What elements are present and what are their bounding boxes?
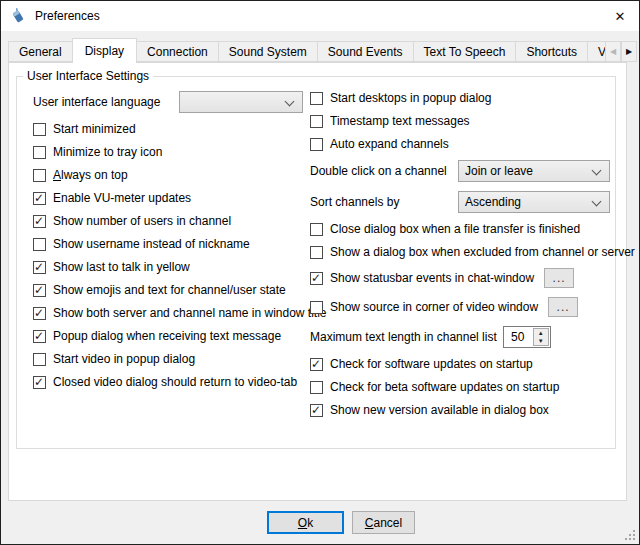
max-text-length-row: Maximum text length in channel list 50 ▲… xyxy=(310,326,615,348)
checkbox-box[interactable] xyxy=(33,376,46,389)
checkbox-box[interactable] xyxy=(310,301,323,314)
checkbox-box[interactable] xyxy=(33,169,46,182)
checkbox-show-username[interactable]: Show username instead of nickname xyxy=(33,237,310,251)
checkbox-box[interactable] xyxy=(33,307,46,320)
mnemonic: O xyxy=(298,516,307,530)
double-click-combobox[interactable]: Join or leave xyxy=(458,160,610,182)
checkbox-box[interactable] xyxy=(310,246,323,259)
spinner-down-icon[interactable]: ▼ xyxy=(534,337,548,345)
checkbox-box[interactable] xyxy=(33,123,46,136)
tab-scroll-right-icon[interactable]: ▶ xyxy=(621,41,637,62)
max-text-length-spinner[interactable]: 50 ▲ ▼ xyxy=(503,326,551,348)
statusbar-events-more-button[interactable]: ... xyxy=(544,268,574,288)
checkbox-new-version-dialog[interactable]: Show new version available in dialog box xyxy=(310,403,615,417)
checkbox-label: Show both server and channel name in win… xyxy=(53,306,327,320)
video-source-corner-row: Show source in corner of video window ..… xyxy=(310,297,615,317)
checkbox-label: Timestamp text messages xyxy=(330,114,470,128)
checkbox-always-on-top[interactable]: Always on top xyxy=(33,168,310,182)
checkbox-label: Show emojis and text for channel/user st… xyxy=(53,283,286,297)
label-rest: k xyxy=(307,516,313,530)
checkbox-label: Check for beta software updates on start… xyxy=(330,380,559,394)
cancel-button[interactable]: Cancel xyxy=(352,511,415,534)
language-combobox[interactable] xyxy=(179,91,303,113)
spinner-up-icon[interactable]: ▲ xyxy=(534,329,548,337)
checkbox-show-user-count[interactable]: Show number of users in channel xyxy=(33,214,310,228)
sort-channels-row: Sort channels by Ascending xyxy=(310,191,615,213)
checkbox-box[interactable] xyxy=(33,261,46,274)
checkbox-server-channel-title[interactable]: Show both server and channel name in win… xyxy=(33,306,310,320)
checkbox-close-on-transfer[interactable]: Close dialog box when a file transfer is… xyxy=(310,222,615,236)
checkbox-label: Start desktops in popup dialog xyxy=(330,91,491,105)
checkbox-label: Show new version available in dialog box xyxy=(330,403,549,417)
checkbox-box[interactable] xyxy=(310,115,323,128)
checkbox-check-beta-updates[interactable]: Check for beta software updates on start… xyxy=(310,380,615,394)
label-rest: lways on top xyxy=(61,168,128,182)
tab-text-to-speech[interactable]: Text To Speech xyxy=(413,41,517,62)
tab-sound-events[interactable]: Sound Events xyxy=(317,41,414,62)
checkbox-timestamp-messages[interactable]: Timestamp text messages xyxy=(310,114,615,128)
checkbox-box[interactable] xyxy=(33,238,46,251)
checkbox-label: Popup dialog when receiving text message xyxy=(53,329,281,343)
tab-shortcuts[interactable]: Shortcuts xyxy=(515,41,588,62)
ok-button[interactable]: Ok xyxy=(267,511,344,534)
checkbox-box[interactable] xyxy=(33,192,46,205)
checkbox-label: Close dialog box when a file transfer is… xyxy=(330,222,580,236)
checkbox-label: Closed video dialog should return to vid… xyxy=(53,375,297,389)
checkbox-label: Always on top xyxy=(53,168,128,182)
checkbox-box[interactable] xyxy=(33,330,46,343)
tab-display[interactable]: Display xyxy=(72,38,137,63)
statusbar-events-row: Show statusbar events in chat-window ... xyxy=(310,268,615,288)
checkbox-label: Show last to talk in yellow xyxy=(53,260,190,274)
double-click-row: Double click on a channel Join or leave xyxy=(310,160,615,182)
checkbox-box[interactable] xyxy=(310,404,323,417)
checkbox-box[interactable] xyxy=(310,138,323,151)
checkbox-desktops-popup[interactable]: Start desktops in popup dialog xyxy=(310,91,615,105)
checkbox-auto-expand[interactable]: Auto expand channels xyxy=(310,137,615,151)
checkbox-box[interactable] xyxy=(310,272,323,285)
display-tab-pane: User Interface Settings User interface l… xyxy=(8,62,627,501)
tab-scroll-buttons: ◀ ▶ xyxy=(605,41,637,62)
tab-general[interactable]: General xyxy=(8,41,73,62)
checkbox-box[interactable] xyxy=(33,146,46,159)
checkbox-box[interactable] xyxy=(310,381,323,394)
label-rest: ancel xyxy=(373,516,402,530)
checkbox-box[interactable] xyxy=(33,353,46,366)
tab-label: Connection xyxy=(147,45,208,59)
checkbox-closed-video-return[interactable]: Closed video dialog should return to vid… xyxy=(33,375,310,389)
checkbox-video-popup[interactable]: Start video in popup dialog xyxy=(33,352,310,366)
checkbox-minimize-to-tray[interactable]: Minimize to tray icon xyxy=(33,145,310,159)
tab-label: Sound System xyxy=(229,45,307,59)
video-source-more-button[interactable]: ... xyxy=(548,297,578,317)
spinner-buttons: ▲ ▼ xyxy=(533,328,549,346)
chevron-down-icon xyxy=(592,197,602,207)
checkbox-label: Show a dialog box when excluded from cha… xyxy=(330,245,635,259)
group-title: User Interface Settings xyxy=(23,69,153,83)
checkbox-start-minimized[interactable]: Start minimized xyxy=(33,122,310,136)
checkbox-enable-vu-meter[interactable]: Enable VU-meter updates xyxy=(33,191,310,205)
double-click-value: Join or leave xyxy=(465,164,533,178)
checkbox-popup-text-message[interactable]: Popup dialog when receiving text message xyxy=(33,329,310,343)
checkbox-box[interactable] xyxy=(33,284,46,297)
checkbox-last-to-talk[interactable]: Show last to talk in yellow xyxy=(33,260,310,274)
checkbox-box[interactable] xyxy=(310,223,323,236)
checkbox-show-emojis[interactable]: Show emojis and text for channel/user st… xyxy=(33,283,310,297)
checkbox-label: Auto expand channels xyxy=(330,137,449,151)
tab-connection[interactable]: Connection xyxy=(136,41,219,62)
checkbox-label: Minimize to tray icon xyxy=(53,145,162,159)
checkbox-check-updates[interactable]: Check for software updates on startup xyxy=(310,357,615,371)
close-icon[interactable]: ✕ xyxy=(601,1,639,31)
checkbox-box[interactable] xyxy=(310,92,323,105)
checkbox-box[interactable] xyxy=(33,215,46,228)
resize-grip[interactable] xyxy=(625,530,635,540)
sort-channels-combobox[interactable]: Ascending xyxy=(458,191,610,213)
app-icon xyxy=(10,8,26,24)
sort-channels-label: Sort channels by xyxy=(310,195,399,209)
double-click-label: Double click on a channel xyxy=(310,164,447,178)
tab-sound-system[interactable]: Sound System xyxy=(218,41,318,62)
spinner-value: 50 xyxy=(504,327,532,347)
title-bar[interactable]: Preferences ✕ xyxy=(1,1,639,31)
checkbox-label: Check for software updates on startup xyxy=(330,357,533,371)
checkbox-box[interactable] xyxy=(310,358,323,371)
checkbox-excluded-dialog[interactable]: Show a dialog box when excluded from cha… xyxy=(310,245,615,259)
language-label: User interface language xyxy=(33,95,160,109)
